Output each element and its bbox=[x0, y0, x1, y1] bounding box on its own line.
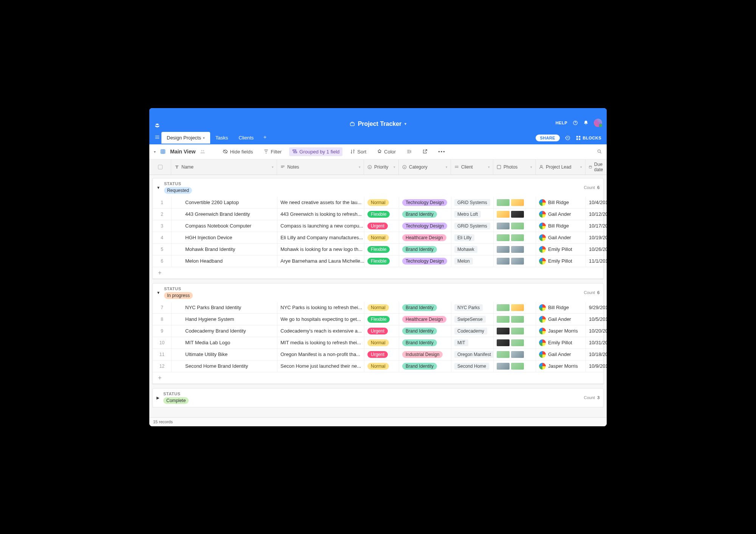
cell-client[interactable]: Melon bbox=[451, 255, 494, 267]
cell-photos[interactable] bbox=[494, 337, 536, 348]
filter-button[interactable]: Filter bbox=[260, 147, 285, 156]
table-row[interactable]: 4 HGH Injection Device Eli Lilly and Com… bbox=[153, 232, 603, 244]
cell-lead[interactable]: Bill Ridge bbox=[536, 197, 586, 208]
cell-photos[interactable] bbox=[494, 209, 536, 220]
cell-notes[interactable]: 443 Greenwich is looking to refresh... bbox=[277, 209, 364, 220]
color-button[interactable]: Color bbox=[374, 147, 399, 156]
tab-design-projects[interactable]: Design Projects ▾ bbox=[161, 132, 210, 144]
blocks-button[interactable]: BLOCKS bbox=[576, 135, 601, 141]
cell-category[interactable]: Brand Identity bbox=[399, 244, 451, 255]
cell-due-date[interactable]: 11/1/2018 bbox=[586, 255, 607, 267]
table-row[interactable]: 10 MIT Media Lab Logo MIT media is looki… bbox=[153, 337, 603, 349]
cell-priority[interactable]: Normal bbox=[364, 232, 399, 243]
hide-fields-button[interactable]: Hide fields bbox=[220, 147, 256, 156]
photo-thumbnail[interactable] bbox=[511, 351, 524, 358]
people-icon[interactable] bbox=[200, 149, 205, 154]
column-lead[interactable]: Project Lead▾ bbox=[536, 159, 586, 175]
sort-button[interactable]: Sort bbox=[347, 147, 369, 156]
table-row[interactable]: 2 443 Greenwich Brand Identity 443 Green… bbox=[153, 209, 603, 220]
group-header[interactable]: ▶ STATUS Complete Count 3 bbox=[152, 388, 604, 407]
cell-lead[interactable]: Gail Ander bbox=[536, 232, 586, 243]
table-row[interactable]: 8 Hand Hygiene System We go to hospitals… bbox=[153, 314, 603, 325]
add-row-button[interactable]: + bbox=[153, 372, 603, 384]
cell-name[interactable]: Hand Hygiene System bbox=[172, 314, 277, 325]
cell-notes[interactable]: We need creative assets for the lau... bbox=[277, 197, 364, 208]
cell-name[interactable]: Melon Headband bbox=[172, 255, 277, 267]
cell-lead[interactable]: Jasper Morris bbox=[536, 361, 586, 372]
cell-category[interactable]: Technology Design bbox=[399, 255, 451, 267]
table-row[interactable]: 9 Codecademy Brand Identity Codecademy's… bbox=[153, 325, 603, 337]
cell-client[interactable]: SwipeSense bbox=[451, 314, 494, 325]
cell-client[interactable]: GRiD Systems bbox=[451, 197, 494, 208]
cell-due-date[interactable]: 10/20/2018 bbox=[586, 325, 607, 337]
help-icon[interactable] bbox=[573, 120, 578, 125]
chevron-right-icon[interactable]: ▶ bbox=[156, 396, 160, 400]
view-name[interactable]: Main View bbox=[170, 149, 195, 155]
cell-category[interactable]: Brand Identity bbox=[399, 337, 451, 348]
cell-category[interactable]: Brand Identity bbox=[399, 302, 451, 313]
column-name[interactable]: Name▾ bbox=[171, 159, 277, 175]
cell-lead[interactable]: Emily Pillot bbox=[536, 255, 586, 267]
cell-due-date[interactable]: 9/29/2018 bbox=[586, 302, 607, 313]
photo-thumbnail[interactable] bbox=[511, 328, 524, 334]
cell-category[interactable]: Brand Identity bbox=[399, 361, 451, 372]
photo-thumbnail[interactable] bbox=[511, 258, 524, 265]
cell-due-date[interactable]: 10/12/2018 bbox=[586, 209, 607, 220]
photo-thumbnail[interactable] bbox=[511, 339, 524, 346]
photo-thumbnail[interactable] bbox=[497, 328, 510, 334]
cell-notes[interactable]: MIT media is looking to refresh thei... bbox=[277, 337, 364, 348]
cell-priority[interactable]: Normal bbox=[364, 197, 399, 208]
cell-photos[interactable] bbox=[494, 325, 536, 337]
cell-name[interactable]: Codecademy Brand Identity bbox=[172, 325, 277, 337]
cell-photos[interactable] bbox=[494, 232, 536, 243]
cell-client[interactable]: Oregon Manifest bbox=[451, 349, 494, 360]
column-category[interactable]: Category▾ bbox=[399, 159, 451, 175]
cell-category[interactable]: Technology Design bbox=[399, 220, 451, 232]
cell-name[interactable]: 443 Greenwich Brand Identity bbox=[172, 209, 277, 220]
photo-thumbnail[interactable] bbox=[511, 246, 524, 253]
cell-name[interactable]: HGH Injection Device bbox=[172, 232, 277, 243]
view-caret-icon[interactable]: ▾ bbox=[154, 150, 156, 154]
cell-priority[interactable]: Normal bbox=[364, 337, 399, 348]
cell-photos[interactable] bbox=[494, 361, 536, 372]
photo-thumbnail[interactable] bbox=[497, 258, 510, 265]
row-height-button[interactable] bbox=[403, 147, 415, 156]
cell-photos[interactable] bbox=[494, 302, 536, 313]
chevron-down-icon[interactable]: ▼ bbox=[156, 186, 160, 190]
base-title-caret-icon[interactable]: ▾ bbox=[404, 122, 406, 126]
cell-notes[interactable]: Arye Barnehama and Laura Michelle... bbox=[277, 255, 364, 267]
cell-lead[interactable]: Gail Ander bbox=[536, 314, 586, 325]
cell-notes[interactable]: Secon Home just launched their ne... bbox=[277, 361, 364, 372]
cell-due-date[interactable]: 10/19/2018 bbox=[586, 232, 607, 243]
group-button[interactable]: Grouped by 1 field bbox=[289, 147, 342, 156]
bell-icon[interactable] bbox=[583, 120, 589, 125]
photo-thumbnail[interactable] bbox=[511, 199, 524, 206]
cell-client[interactable]: MIT bbox=[451, 337, 494, 348]
cell-client[interactable]: Mohawk bbox=[451, 244, 494, 255]
cell-notes[interactable]: Codecademy's reach is extensive a... bbox=[277, 325, 364, 337]
cell-name[interactable]: MIT Media Lab Logo bbox=[172, 337, 277, 348]
grid-view-icon[interactable] bbox=[160, 149, 166, 154]
column-priority[interactable]: Priority▾ bbox=[364, 159, 399, 175]
cell-category[interactable]: Brand Identity bbox=[399, 209, 451, 220]
cell-client[interactable]: Codecademy bbox=[451, 325, 494, 337]
photo-thumbnail[interactable] bbox=[497, 246, 510, 253]
cell-due-date[interactable]: 10/18/2018 bbox=[586, 349, 607, 360]
photo-thumbnail[interactable] bbox=[497, 351, 510, 358]
more-button[interactable]: ••• bbox=[435, 147, 449, 156]
group-header[interactable]: ▼ STATUS In progress Count 6 bbox=[152, 283, 604, 302]
cell-due-date[interactable]: 10/9/2018 bbox=[586, 361, 607, 372]
cell-photos[interactable] bbox=[494, 349, 536, 360]
cell-name[interactable]: Ultimate Utility Bike bbox=[172, 349, 277, 360]
cell-photos[interactable] bbox=[494, 314, 536, 325]
cell-photos[interactable] bbox=[494, 197, 536, 208]
column-due[interactable]: Due date▾ bbox=[586, 159, 607, 175]
table-row[interactable]: 1 Convertible 2260 Laptop We need creati… bbox=[153, 197, 603, 209]
select-all-header[interactable] bbox=[149, 159, 171, 175]
cell-lead[interactable]: Emily Pillot bbox=[536, 244, 586, 255]
cell-client[interactable]: GRiD Systems bbox=[451, 220, 494, 232]
help-label[interactable]: HELP bbox=[556, 121, 567, 125]
table-row[interactable]: 3 Compass Notebook Computer Compass is l… bbox=[153, 220, 603, 232]
cell-category[interactable]: Technology Design bbox=[399, 197, 451, 208]
cell-notes[interactable]: We go to hospitals expecting to get... bbox=[277, 314, 364, 325]
